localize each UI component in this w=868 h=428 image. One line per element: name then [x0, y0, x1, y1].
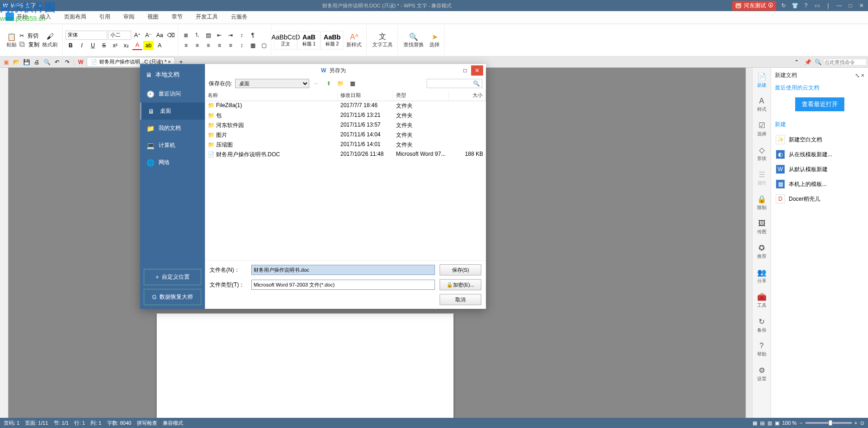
- format-painter-button[interactable]: 🖌 格式刷: [39, 26, 60, 54]
- strip-upload[interactable]: 🖼传图: [753, 217, 771, 237]
- view-mode-icon[interactable]: ▦: [348, 79, 357, 88]
- col-size[interactable]: 大小: [449, 90, 486, 101]
- tab-sections[interactable]: 章节: [165, 10, 189, 24]
- help-icon[interactable]: ?: [802, 2, 810, 9]
- view-print-icon[interactable]: ▦: [753, 420, 757, 426]
- up-icon[interactable]: ⬆: [324, 79, 333, 88]
- col-type[interactable]: 类型: [393, 90, 449, 101]
- skin-icon[interactable]: 👕: [791, 2, 798, 9]
- dialog-maximize-icon[interactable]: □: [459, 65, 471, 76]
- font-size-select[interactable]: [108, 31, 131, 40]
- tab-layout[interactable]: 页面布局: [57, 10, 93, 24]
- style-normal[interactable]: AaBbCcD正文: [274, 31, 297, 50]
- zoom-label[interactable]: 100 %: [782, 420, 797, 426]
- data-recovery-button[interactable]: G数据恢复大师: [144, 289, 201, 305]
- distribute-button[interactable]: ≡: [225, 41, 236, 50]
- tp-local-template[interactable]: ▦本机上的模板...: [775, 177, 864, 192]
- nav-desktop[interactable]: 🖥桌面: [140, 102, 205, 120]
- zoom-slider[interactable]: [805, 422, 852, 424]
- filename-input[interactable]: [251, 265, 435, 275]
- text-tools-button[interactable]: 文文字工具: [370, 26, 396, 54]
- paste-button[interactable]: 📋 粘贴: [4, 26, 19, 54]
- multilevel-button[interactable]: ▤: [203, 31, 213, 40]
- dialog-search-input[interactable]: 🔍: [427, 79, 482, 88]
- custom-location-button[interactable]: +自定义位置: [144, 269, 201, 285]
- nav-recent[interactable]: 🕘最近访问: [140, 85, 205, 102]
- qa-preview-icon[interactable]: 🔍: [43, 58, 51, 66]
- file-row[interactable]: 📁图片2017/11/6 14:04文件夹: [205, 130, 486, 140]
- indent-dec-button[interactable]: ⇤: [214, 31, 224, 40]
- line-spacing-button[interactable]: ↕: [236, 41, 247, 50]
- align-left-button[interactable]: ≡: [181, 41, 191, 50]
- subscript-button[interactable]: x₂: [121, 41, 131, 50]
- fit-page-icon[interactable]: ⊙: [860, 420, 864, 426]
- cancel-button[interactable]: 取消: [440, 294, 481, 305]
- show-marks-button[interactable]: ¶: [248, 31, 258, 40]
- qa-redo-icon[interactable]: ↷: [63, 58, 71, 66]
- strip-tools[interactable]: 🧰工具: [753, 291, 771, 311]
- pin-icon[interactable]: 📌: [804, 58, 812, 66]
- dialog-close-icon[interactable]: ✕: [471, 65, 483, 76]
- filetype-select[interactable]: [251, 280, 435, 290]
- qa-print-icon[interactable]: 🖨: [32, 58, 41, 66]
- grow-font-button[interactable]: A⁺: [132, 31, 142, 40]
- view-web-icon[interactable]: ▤: [760, 420, 765, 426]
- strip-help[interactable]: ?帮助: [753, 340, 771, 359]
- font-name-select[interactable]: [65, 31, 107, 40]
- qa-new-icon[interactable]: ▣: [2, 58, 10, 66]
- col-name[interactable]: 名称: [205, 90, 338, 101]
- clear-format-button[interactable]: ⌫: [166, 31, 176, 40]
- strip-share[interactable]: 👥分享: [753, 266, 771, 286]
- file-row[interactable]: 📁压缩图2017/11/6 14:01文件夹: [205, 140, 486, 150]
- superscript-button[interactable]: x²: [110, 41, 120, 50]
- file-row[interactable]: 📁河东软件园2017/11/6 13:57文件夹: [205, 121, 486, 130]
- zoom-in-icon[interactable]: +: [855, 420, 857, 426]
- select-button[interactable]: ➤选择: [427, 26, 442, 54]
- view-full-icon[interactable]: ▣: [775, 420, 779, 426]
- encrypt-button[interactable]: 🔒加密(E)...: [440, 279, 481, 290]
- tp-docer[interactable]: DDocer稻壳儿: [775, 192, 864, 206]
- qa-open-icon[interactable]: 📂: [12, 58, 20, 66]
- tab-references[interactable]: 引用: [93, 10, 117, 24]
- strip-restrict[interactable]: 🔒限制: [753, 193, 771, 213]
- tab-insert[interactable]: 插入: [33, 10, 57, 24]
- copy-button[interactable]: ⿻ 复制: [19, 41, 39, 49]
- sync-icon[interactable]: ↻: [780, 2, 787, 9]
- strip-props[interactable]: ☰属性: [753, 168, 771, 188]
- user-badge[interactable]: 🐷 河东测试 ⦿: [732, 1, 776, 11]
- tp-default-template[interactable]: W从默认模板新建: [775, 162, 864, 177]
- shrink-font-button[interactable]: A⁻: [143, 31, 153, 40]
- file-row[interactable]: 📁包2017/11/6 13:21文件夹: [205, 111, 486, 121]
- minimize-icon[interactable]: —: [836, 2, 843, 9]
- view-outline-icon[interactable]: ▥: [767, 420, 772, 426]
- tab-review[interactable]: 审阅: [117, 10, 141, 24]
- qa-wps-icon[interactable]: W: [77, 58, 85, 66]
- save-button[interactable]: 保存(S): [440, 264, 481, 275]
- font-color-button[interactable]: A: [132, 41, 142, 50]
- strip-settings[interactable]: ⚙设置: [753, 364, 771, 384]
- command-search-input[interactable]: [824, 59, 866, 65]
- tp-new-blank[interactable]: ✨新建空白文档: [775, 132, 864, 147]
- strip-backup[interactable]: ↻备份: [753, 315, 771, 335]
- strike-button[interactable]: S: [99, 41, 109, 50]
- qa-save-icon[interactable]: 💾: [22, 58, 31, 66]
- tab-devtools[interactable]: 开发工具: [189, 10, 224, 24]
- maximize-icon[interactable]: □: [847, 2, 854, 9]
- align-center-button[interactable]: ≡: [192, 41, 202, 50]
- taskpane-min-icon[interactable]: ⤡: [855, 72, 860, 79]
- indent-inc-button[interactable]: ⇥: [225, 31, 236, 40]
- new-folder-icon[interactable]: 📁: [336, 79, 345, 88]
- find-replace-button[interactable]: 🔍查找替换: [401, 26, 427, 54]
- bullet-list-button[interactable]: ≣: [181, 31, 191, 40]
- underline-button[interactable]: U: [88, 41, 98, 50]
- shading-button[interactable]: ▦: [248, 41, 258, 50]
- nav-documents[interactable]: 📁我的文档: [140, 120, 205, 137]
- save-in-select[interactable]: 桌面: [235, 79, 309, 88]
- file-list-header[interactable]: 名称 修改日期 类型 大小: [205, 90, 486, 101]
- taskpane-close-icon[interactable]: ×: [861, 72, 864, 79]
- tab-view[interactable]: 视图: [141, 10, 165, 24]
- collapse-ribbon-icon[interactable]: ⌃: [792, 58, 801, 66]
- bold-button[interactable]: B: [65, 41, 76, 50]
- cut-button[interactable]: ✂ 剪切: [19, 32, 39, 40]
- recent-cloud-link[interactable]: 最近使用的云文档: [775, 84, 864, 92]
